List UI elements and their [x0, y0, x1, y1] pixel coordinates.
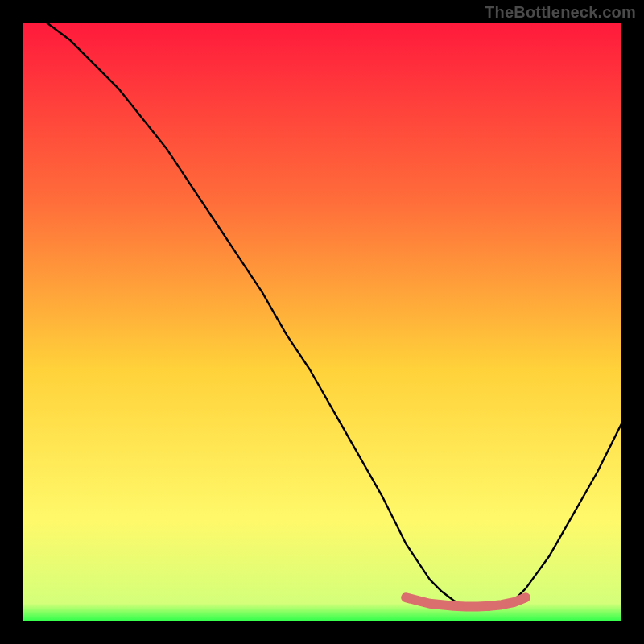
- watermark-label: TheBottleneck.com: [485, 3, 636, 22]
- chart-frame: { "watermark": "TheBottleneck.com", "col…: [0, 0, 644, 644]
- bottleneck-chart: [0, 0, 644, 644]
- gradient-background: [23, 23, 621, 621]
